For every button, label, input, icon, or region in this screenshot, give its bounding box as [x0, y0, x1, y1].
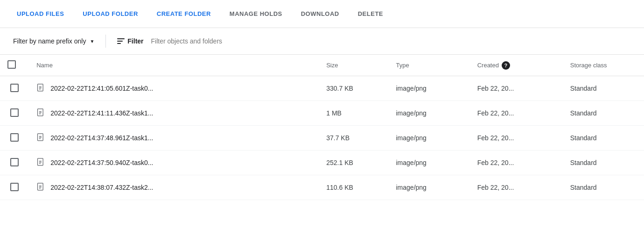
row-name-cell: 2022-02-22T14:37:50.940Z-task0... — [29, 151, 319, 175]
row-checkbox[interactable] — [10, 158, 19, 166]
file-icon — [36, 108, 46, 119]
select-all-checkbox[interactable] — [7, 60, 16, 69]
row-size: 37.7 KB — [319, 126, 388, 151]
table-row: 2022-02-22T12:41:11.436Z-task1... 1 MB i… — [0, 101, 644, 126]
row-size: 1 MB — [319, 101, 388, 126]
row-created: Feb 22, 20... — [470, 101, 563, 126]
row-checkbox-cell[interactable] — [0, 76, 29, 101]
row-file-name: 2022-02-22T14:37:48.961Z-task1... — [50, 134, 153, 142]
filter-lines-icon — [117, 38, 125, 44]
file-table: Name Size Type Created ? Storage class — [0, 55, 644, 200]
svg-rect-16 — [38, 183, 43, 190]
row-type: image/png — [389, 126, 470, 151]
file-icon — [36, 182, 46, 193]
file-icon — [36, 132, 46, 144]
file-icon — [36, 157, 46, 168]
row-created: Feb 22, 20... — [470, 151, 563, 175]
create-folder-button[interactable]: CREATE FOLDER — [147, 6, 220, 22]
table-row: 2022-02-22T12:41:05.601Z-task0... 330.7 … — [0, 76, 644, 101]
row-file-name: 2022-02-22T12:41:11.436Z-task1... — [50, 109, 153, 117]
help-icon[interactable]: ? — [502, 61, 510, 70]
filter-label: Filter — [127, 37, 143, 45]
column-header-created: Created ? — [470, 55, 563, 76]
row-name-cell: 2022-02-22T14:37:48.961Z-task1... — [29, 126, 319, 151]
column-header-name: Name — [29, 55, 319, 76]
filter-button[interactable]: Filter — [112, 34, 149, 49]
row-file-name: 2022-02-22T14:37:50.940Z-task0... — [50, 159, 153, 166]
column-header-type: Type — [389, 55, 470, 76]
row-checkbox-cell[interactable] — [0, 175, 29, 200]
row-checkbox[interactable] — [10, 108, 19, 117]
row-checkbox-cell[interactable] — [0, 101, 29, 126]
row-storage-class: Standard — [563, 175, 644, 200]
row-type: image/png — [389, 101, 470, 126]
row-type: image/png — [389, 76, 470, 101]
chevron-down-icon: ▼ — [90, 39, 94, 44]
row-type: image/png — [389, 151, 470, 175]
table-header-row: Name Size Type Created ? Storage class — [0, 55, 644, 76]
svg-rect-8 — [38, 134, 43, 141]
created-label: Created — [477, 62, 499, 69]
filter-input[interactable] — [149, 34, 637, 49]
upload-folder-button[interactable]: UPLOAD FOLDER — [73, 6, 147, 22]
table-row: 2022-02-22T14:37:50.940Z-task0... 252.1 … — [0, 151, 644, 175]
row-name-cell: 2022-02-22T12:41:11.436Z-task1... — [29, 101, 319, 126]
row-checkbox-cell[interactable] — [0, 126, 29, 151]
row-storage-class: Standard — [563, 76, 644, 101]
row-storage-class: Standard — [563, 126, 644, 151]
filter-bar: Filter by name prefix only ▼ Filter — [0, 28, 644, 55]
delete-button[interactable]: DELETE — [349, 6, 392, 22]
row-storage-class: Standard — [563, 101, 644, 126]
row-type: image/png — [389, 175, 470, 200]
row-checkbox-cell[interactable] — [0, 151, 29, 175]
upload-files-button[interactable]: UPLOAD FILES — [7, 6, 73, 22]
row-created: Feb 22, 20... — [470, 175, 563, 200]
row-file-name: 2022-02-22T14:38:07.432Z-task2... — [50, 184, 153, 191]
row-checkbox[interactable] — [10, 84, 19, 92]
download-button[interactable]: DOWNLOAD — [292, 6, 349, 22]
row-size: 330.7 KB — [319, 76, 388, 101]
file-icon — [36, 83, 46, 94]
toolbar: UPLOAD FILES UPLOAD FOLDER CREATE FOLDER… — [0, 0, 644, 28]
row-name-cell: 2022-02-22T14:38:07.432Z-task2... — [29, 175, 319, 200]
filter-prefix-label: Filter by name prefix only — [13, 37, 86, 45]
filter-prefix-button[interactable]: Filter by name prefix only ▼ — [7, 34, 100, 49]
row-created: Feb 22, 20... — [470, 76, 563, 101]
row-created: Feb 22, 20... — [470, 126, 563, 151]
row-checkbox[interactable] — [10, 133, 19, 142]
row-name-cell: 2022-02-22T12:41:05.601Z-task0... — [29, 76, 319, 101]
row-file-name: 2022-02-22T12:41:05.601Z-task0... — [50, 85, 153, 92]
column-header-size: Size — [319, 55, 388, 76]
table-row: 2022-02-22T14:37:48.961Z-task1... 37.7 K… — [0, 126, 644, 151]
row-checkbox[interactable] — [10, 183, 19, 191]
vertical-divider — [105, 35, 106, 48]
row-size: 110.6 KB — [319, 175, 388, 200]
table-row: 2022-02-22T14:38:07.432Z-task2... 110.6 … — [0, 175, 644, 200]
svg-rect-0 — [38, 84, 43, 91]
select-all-checkbox-header[interactable] — [0, 55, 29, 76]
row-size: 252.1 KB — [319, 151, 388, 175]
manage-holds-button[interactable]: MANAGE HOLDS — [220, 6, 292, 22]
svg-rect-12 — [38, 158, 43, 165]
column-header-storage-class: Storage class — [563, 55, 644, 76]
row-storage-class: Standard — [563, 151, 644, 175]
svg-rect-4 — [38, 109, 43, 116]
